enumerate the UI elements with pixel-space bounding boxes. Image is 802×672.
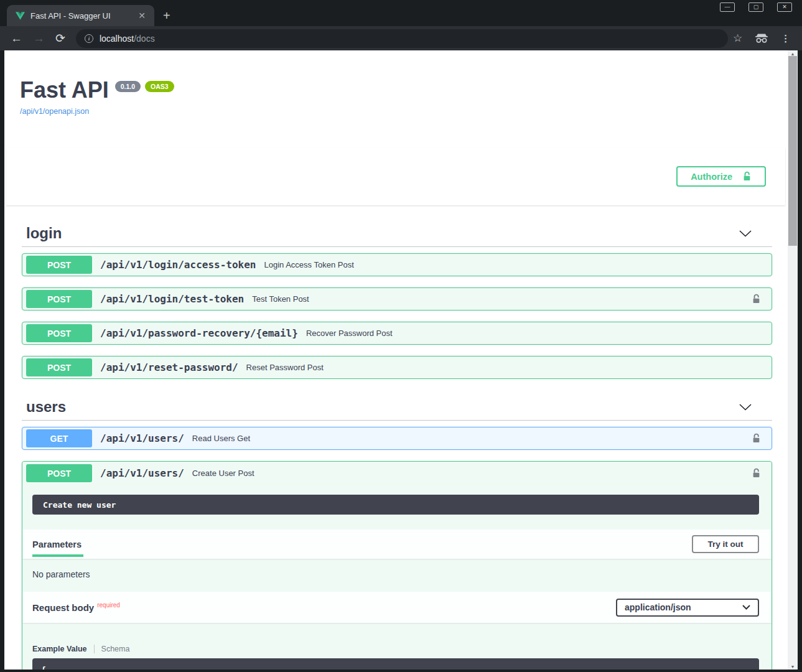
browser-toolbar: ← → ⟳ i localhost/docs ☆ ⋮	[0, 26, 802, 50]
authorize-button[interactable]: Authorize	[676, 166, 766, 187]
lock-icon[interactable]	[752, 432, 761, 444]
endpoint-summary: Test Token Post	[252, 294, 309, 304]
chevron-down-icon	[742, 605, 750, 610]
reload-icon[interactable]: ⟳	[55, 31, 65, 45]
section-header-users[interactable]: users	[22, 391, 772, 421]
request-body-label: Request bodyrequired	[32, 602, 120, 613]
example-value-tab[interactable]: Example Value	[32, 645, 87, 653]
back-icon[interactable]: ←	[11, 32, 22, 45]
scroll-down-icon[interactable]: ▼	[788, 663, 798, 670]
chevron-down-icon[interactable]	[739, 404, 752, 411]
lock-icon[interactable]	[752, 467, 761, 479]
endpoint-row[interactable]: POST /api/v1/login/test-token Test Token…	[22, 287, 772, 310]
endpoint-summary: Reset Password Post	[246, 363, 324, 372]
endpoint-path: /api/v1/users/	[100, 432, 184, 444]
endpoint-summary: Read Users Get	[192, 434, 250, 443]
parameters-tab[interactable]: Parameters	[32, 539, 82, 549]
url-path: /docs	[134, 34, 154, 44]
required-label: required	[97, 602, 120, 609]
endpoint-summary: Create User Post	[192, 469, 254, 478]
browser-menu-icon[interactable]: ⋮	[781, 33, 790, 44]
endpoint-path: /api/v1/login/access-token	[100, 259, 256, 271]
parameters-tab-underline	[32, 554, 83, 557]
version-badge: 0.1.0	[115, 81, 141, 92]
endpoint-summary: Login Access Token Post	[264, 260, 353, 269]
endpoint-row[interactable]: POST /api/v1/users/ Create User Post	[22, 462, 772, 485]
site-info-icon[interactable]: i	[85, 34, 93, 43]
endpoint-path: /api/v1/users/	[100, 467, 184, 479]
oas3-badge: OAS3	[145, 81, 174, 92]
bookmark-star-icon[interactable]: ☆	[733, 32, 742, 45]
model-example-area: Example Value Schema {	[22, 623, 772, 670]
authorize-label: Authorize	[691, 172, 732, 182]
section-title: users	[26, 398, 66, 416]
scheme-container: Authorize	[6, 147, 785, 205]
endpoint-row[interactable]: POST /api/v1/password-recovery/{email} R…	[22, 322, 772, 345]
parameters-header-bar: Parameters Try it out	[22, 530, 772, 559]
schema-tab[interactable]: Schema	[101, 645, 130, 653]
browser-titlebar: Fast API - Swagger UI ✕ + — ▢ ✕	[0, 0, 802, 26]
new-tab-button[interactable]: +	[163, 9, 170, 22]
request-body-text: Request body	[32, 602, 94, 613]
section-header-login[interactable]: login	[22, 218, 772, 247]
try-it-out-button[interactable]: Try it out	[692, 535, 759, 553]
media-type-value: application/json	[625, 602, 691, 612]
swagger-favicon-icon	[15, 11, 25, 21]
page-viewport: Fast API 0.1.0 OAS3 /api/v1/openapi.json…	[4, 50, 798, 670]
tag-section-users: users GET /api/v1/users/ Read Users Get …	[22, 391, 772, 670]
tab-separator	[94, 645, 95, 653]
method-badge: POST	[26, 290, 92, 308]
method-badge: POST	[26, 464, 92, 482]
example-code-block[interactable]: {	[32, 658, 759, 670]
incognito-icon	[755, 34, 768, 43]
window-close-button[interactable]: ✕	[777, 2, 792, 12]
browser-window: Fast API - Swagger UI ✕ + — ▢ ✕ ← → ⟳ i …	[0, 0, 802, 672]
endpoint-path: /api/v1/reset-password/	[100, 362, 238, 373]
no-parameters-text: No parameters	[22, 559, 772, 592]
media-type-select[interactable]: application/json	[616, 599, 759, 617]
endpoint-row[interactable]: POST /api/v1/login/access-token Login Ac…	[22, 253, 772, 276]
tag-section-login: login POST /api/v1/login/access-token Lo…	[22, 218, 772, 379]
endpoint-path: /api/v1/login/test-token	[100, 293, 244, 305]
window-maximize-button[interactable]: ▢	[748, 2, 763, 12]
method-badge: GET	[26, 429, 92, 447]
swagger-ui-page: Fast API 0.1.0 OAS3 /api/v1/openapi.json…	[4, 50, 788, 670]
endpoint-row[interactable]: GET /api/v1/users/ Read Users Get	[22, 427, 772, 450]
window-minimize-button[interactable]: —	[720, 2, 735, 12]
method-badge: POST	[26, 256, 92, 274]
page-scrollbar[interactable]: ▲ ▼	[788, 50, 798, 670]
endpoint-row[interactable]: POST /api/v1/reset-password/ Reset Passw…	[22, 356, 772, 379]
endpoint-path: /api/v1/password-recovery/{email}	[100, 327, 298, 339]
forward-icon[interactable]: →	[33, 32, 45, 45]
tab-title: Fast API - Swagger UI	[30, 11, 136, 21]
method-badge: POST	[26, 324, 92, 342]
method-badge: POST	[26, 358, 92, 376]
section-title: login	[26, 224, 62, 243]
page-title: Fast API	[20, 78, 109, 103]
tab-close-icon[interactable]: ✕	[136, 10, 148, 21]
endpoint-summary: Recover Password Post	[306, 329, 393, 338]
operation-description: Create new user	[32, 495, 759, 515]
chevron-down-icon[interactable]	[739, 230, 752, 237]
lock-icon[interactable]	[752, 293, 761, 305]
browser-tab[interactable]: Fast API - Swagger UI ✕	[7, 5, 154, 26]
unlock-icon	[742, 170, 752, 182]
opblock-expanded-create-user: POST /api/v1/users/ Create User Post Cre…	[22, 461, 772, 670]
url-host: localhost	[100, 34, 134, 44]
openapi-spec-link[interactable]: /api/v1/openapi.json	[20, 107, 89, 116]
url-bar[interactable]: i localhost/docs	[76, 29, 728, 48]
request-body-header-bar: Request bodyrequired application/json	[22, 592, 772, 623]
scrollbar-thumb[interactable]	[788, 56, 797, 246]
